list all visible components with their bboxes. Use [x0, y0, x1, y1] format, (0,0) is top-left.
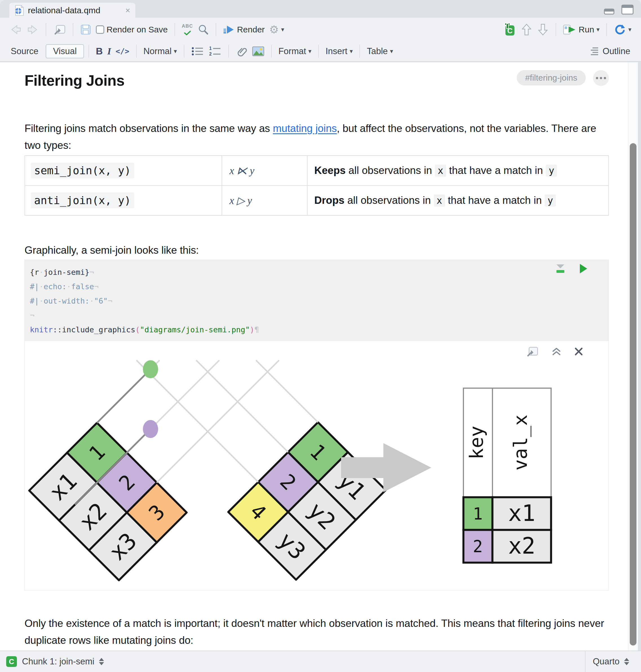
checkbox-unchecked[interactable] — [96, 25, 104, 34]
semi-join-diagram: x1 x2 x3 1 2 3 — [25, 358, 609, 586]
caret-down-icon: ▾ — [350, 48, 353, 54]
toolbar-separator — [606, 23, 607, 36]
chunk-status-label: Chunk 1: join-semi — [22, 657, 94, 667]
tab-close-icon[interactable]: × — [125, 6, 130, 15]
numbered-list-icon: 1 2 — [208, 46, 221, 57]
run-chunks-above-icon[interactable] — [554, 263, 567, 275]
collapse-output-icon[interactable] — [551, 347, 562, 356]
outline-toggle[interactable]: Outline — [589, 46, 630, 56]
toolbar-separator — [136, 45, 137, 58]
document-mode-selector[interactable]: Quarto — [585, 651, 641, 672]
caret-down-icon: ▾ — [174, 48, 177, 54]
chunk-navigation-button[interactable] — [99, 658, 104, 665]
down-arrow-icon — [537, 23, 549, 36]
italic-button[interactable]: I — [105, 46, 113, 57]
spellcheck-button[interactable]: ABC — [180, 24, 195, 35]
source-mode-tab[interactable]: Source — [11, 46, 38, 56]
result-header-key-label: key — [466, 426, 487, 459]
forward-button[interactable] — [24, 24, 41, 35]
toolbar-separator — [318, 45, 319, 58]
render-button[interactable]: Render — [221, 25, 267, 35]
code-button[interactable]: </> — [113, 47, 132, 56]
format-menu[interactable]: Format ▾ — [276, 46, 314, 56]
tab-title: relational-data.qmd — [28, 6, 100, 15]
insert-menu[interactable]: Insert ▾ — [323, 46, 355, 56]
back-arrow-icon — [10, 24, 22, 35]
show-in-new-window-icon[interactable] — [526, 346, 539, 357]
numbered-list-button[interactable]: 1 2 — [206, 46, 224, 57]
caret-down-icon: ▾ — [597, 27, 600, 33]
render-on-save-checkbox[interactable]: Render on Save — [94, 25, 170, 35]
block-format-dropdown[interactable]: Normal ▾ — [141, 46, 179, 56]
run-chunk-icon[interactable] — [579, 263, 588, 274]
ellipsis-icon — [600, 77, 602, 79]
vertical-scrollbar[interactable] — [628, 62, 638, 651]
chunk-language-badge: C — [6, 656, 17, 667]
caret-down-icon: ▾ — [281, 27, 284, 33]
y-table: y1 y2 y3 1 2 4 — [228, 422, 386, 580]
minimize-pane-icon[interactable] — [604, 7, 614, 15]
visual-editor-toolbar: Source Visual B I </> Normal ▾ 1 2 — [0, 41, 641, 62]
toolbar-separator — [556, 23, 556, 36]
up-arrow-icon — [521, 23, 532, 36]
mode-label: Quarto — [593, 657, 619, 667]
caret-down-icon: ▾ — [390, 48, 393, 54]
toolbar-separator — [359, 45, 360, 58]
insert-link-button[interactable] — [233, 45, 250, 57]
chunk-toolbar — [554, 263, 588, 275]
run-icon — [563, 24, 576, 35]
table-menu[interactable]: Table ▾ — [365, 46, 395, 56]
editor-canvas[interactable]: Filtering Joins #filtering-joins Filteri… — [0, 62, 628, 651]
chunk-editor[interactable]: {r·join-semi}¬ #|·echo:·false¬ #|·out-wi… — [25, 260, 609, 341]
match-dot-purple — [143, 420, 158, 438]
anti-join-code: anti_join(x, y) — [31, 193, 134, 208]
bold-button[interactable]: B — [94, 46, 105, 57]
render-icon — [223, 25, 235, 35]
insert-chunk-icon: C — [502, 23, 516, 37]
semi-join-code: semi_join(x, y) — [31, 163, 134, 178]
run-previous-chunks-button[interactable] — [518, 23, 535, 36]
open-in-new-window-button[interactable] — [51, 24, 68, 36]
toolbar-separator — [216, 23, 216, 36]
back-button[interactable] — [7, 24, 24, 35]
result-table: key val_x 1 x1 2 — [463, 388, 551, 563]
bullet-list-button[interactable] — [189, 46, 206, 57]
pane-window-controls — [604, 4, 634, 15]
render-options-button[interactable]: ⚙ ▾ — [267, 24, 286, 35]
maximize-pane-icon[interactable] — [621, 4, 634, 15]
heading-row: Filtering Joins #filtering-joins — [25, 70, 609, 89]
chunk-option-echo: #|·echo:·false¬ — [30, 279, 609, 294]
visual-mode-tab[interactable]: Visual — [46, 44, 84, 58]
toolbar-separator — [271, 45, 272, 58]
rstudio-source-pane: relational-data.qmd × — [0, 0, 641, 672]
spellcheck-check-icon — [184, 31, 191, 35]
result-key-label: 2 — [473, 537, 483, 556]
insert-chunk-button[interactable]: C — [500, 23, 518, 37]
anti-join-notation: x ▷ y — [230, 195, 252, 206]
save-icon — [80, 24, 91, 35]
source-document-button[interactable]: ▾ — [611, 24, 634, 35]
triangle-up-icon — [99, 658, 104, 661]
close-output-icon[interactable] — [574, 347, 583, 356]
scrollbar-thumb[interactable] — [630, 143, 637, 645]
x-table: x1 x2 x3 1 2 3 — [29, 423, 187, 580]
mode-switch-icon — [624, 658, 629, 665]
insert-image-button[interactable] — [250, 46, 267, 56]
run-next-chunk-button[interactable] — [535, 23, 551, 36]
toolbar-separator — [73, 23, 73, 36]
graphically-paragraph: Graphically, a semi-join looks like this… — [25, 242, 609, 259]
status-bar: C Chunk 1: join-semi Quarto — [0, 650, 641, 672]
svg-text:1: 1 — [209, 46, 212, 51]
gear-icon: ⚙ — [269, 24, 279, 35]
mutating-joins-link[interactable]: mutating joins — [273, 123, 337, 134]
toolbar-separator — [88, 45, 89, 58]
tab-relational-data[interactable]: relational-data.qmd × — [9, 3, 135, 18]
find-replace-button[interactable] — [195, 24, 211, 35]
section-options-button[interactable] — [593, 70, 609, 86]
render-on-save-label: Render on Save — [107, 25, 168, 35]
render-label: Render — [237, 25, 265, 35]
search-icon — [197, 24, 209, 35]
link-icon — [236, 45, 247, 57]
save-button[interactable] — [78, 24, 94, 35]
run-button[interactable]: Run ▾ — [561, 24, 602, 35]
